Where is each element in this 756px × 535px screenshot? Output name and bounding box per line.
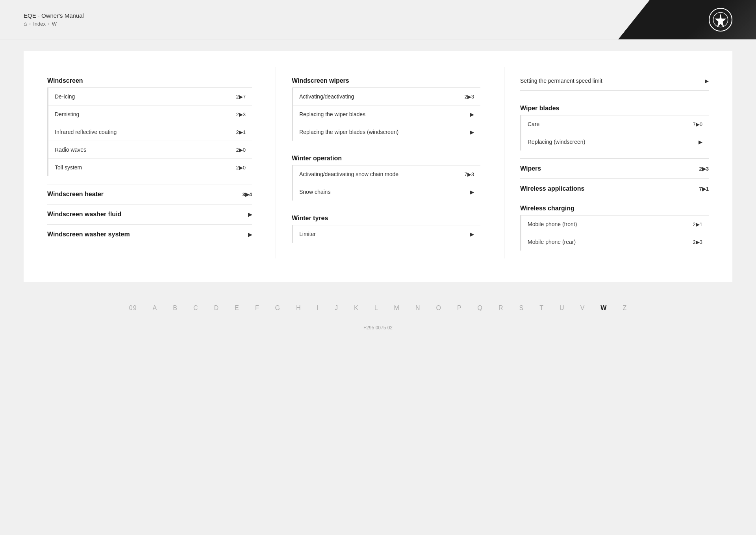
list-item[interactable]: Radio waves 2▶0 — [48, 141, 252, 159]
entry-label: Infrared reflective coating — [55, 129, 236, 135]
entry-page: 7▶0 — [693, 121, 702, 127]
wipers-label: Wipers — [520, 165, 541, 172]
alphabet-nav: 09 A B C D E F G H I J K L M N O P Q R S… — [0, 294, 756, 322]
content-grid: Windscreen De-icing 2▶7 Demisting 2▶3 In… — [47, 67, 709, 258]
wireless-charging-label: Wireless charging — [520, 205, 574, 212]
wireless-charging-entries: Mobile phone (front) 2▶1 Mobile phone (r… — [520, 215, 709, 251]
wipers-section[interactable]: Wipers 2▶3 — [520, 158, 709, 178]
entry-page: ▶ — [470, 129, 474, 135]
entry-label: Snow chains — [299, 189, 470, 195]
speed-limit-page: ▶ — [705, 78, 709, 84]
entry-page: 2▶0 — [236, 147, 246, 153]
list-item[interactable]: Mobile phone (front) 2▶1 — [521, 215, 709, 233]
speed-limit-entry[interactable]: Setting the permanent speed limit ▶ — [520, 71, 709, 91]
entry-label: Toll system — [55, 164, 236, 171]
entry-page: ▶ — [470, 111, 474, 117]
header-text-block: EQE - Owner's Manual ⌂ › Index › W — [24, 12, 84, 27]
winter-operation-entries: Activating/deactivating snow chain mode … — [292, 165, 480, 201]
list-item[interactable]: Toll system 2▶0 — [48, 159, 252, 176]
alpha-O[interactable]: O — [428, 302, 449, 314]
list-item[interactable]: Replacing the wiper blades (windscreen) … — [293, 123, 480, 141]
wireless-apps-section[interactable]: Wireless applications 7▶1 — [520, 178, 709, 199]
windscreen-heater-section[interactable]: Windscreen heater 3▶4 — [47, 184, 252, 204]
alpha-K[interactable]: K — [346, 302, 367, 314]
entry-page: 2▶1 — [693, 221, 702, 227]
entry-label: Replacing the wiper blades (windscreen) — [299, 129, 470, 135]
alpha-V[interactable]: V — [573, 302, 593, 314]
column-3: Setting the permanent speed limit ▶ Wipe… — [504, 67, 709, 258]
svg-marker-1 — [715, 13, 726, 27]
alpha-09[interactable]: 09 — [121, 302, 145, 314]
entry-page: 2▶3 — [693, 239, 702, 245]
entry-page: 2▶1 — [236, 129, 246, 135]
alpha-A[interactable]: A — [145, 302, 165, 314]
alpha-G[interactable]: G — [267, 302, 288, 314]
alpha-U[interactable]: U — [552, 302, 573, 314]
list-item[interactable]: De-icing 2▶7 — [48, 88, 252, 106]
windscreen-wipers-label: Windscreen wipers — [292, 77, 349, 84]
alpha-M[interactable]: M — [386, 302, 408, 314]
entry-label: Limiter — [299, 231, 470, 237]
windscreen-washer-system-page: ▶ — [248, 232, 252, 238]
list-item[interactable]: Infrared reflective coating 2▶1 — [48, 123, 252, 141]
alpha-E[interactable]: E — [227, 302, 247, 314]
home-icon[interactable]: ⌂ — [24, 20, 27, 27]
breadcrumb-w[interactable]: W — [52, 21, 57, 27]
list-item[interactable]: Replacing the wiper blades ▶ — [293, 106, 480, 123]
entry-page: ▶ — [699, 139, 702, 145]
breadcrumb: ⌂ › Index › W — [24, 20, 84, 27]
entry-label: Radio waves — [55, 147, 236, 153]
doc-id-text: F295 0075 02 — [363, 325, 393, 331]
alpha-N[interactable]: N — [408, 302, 428, 314]
entry-page: 2▶0 — [236, 165, 246, 171]
wiper-blades-entries: Care 7▶0 Replacing (windscreen) ▶ — [520, 115, 709, 150]
entry-label: Mobile phone (front) — [528, 221, 693, 227]
windscreen-washer-system-section[interactable]: Windscreen washer system ▶ — [47, 224, 252, 244]
list-item[interactable]: Mobile phone (rear) 2▶3 — [521, 233, 709, 251]
alpha-C[interactable]: C — [185, 302, 206, 314]
list-item[interactable]: Care 7▶0 — [521, 115, 709, 133]
winter-operation-label: Winter operation — [292, 155, 342, 162]
windscreen-wipers-header: Windscreen wipers — [292, 71, 480, 88]
entry-page: 2▶3 — [236, 111, 246, 117]
list-item[interactable]: Demisting 2▶3 — [48, 106, 252, 123]
column-2: Windscreen wipers Activating/deactivatin… — [276, 67, 480, 258]
windscreen-wipers-entries: Activating/deactivating 2▶3 Replacing th… — [292, 88, 480, 141]
alpha-D[interactable]: D — [206, 302, 227, 314]
windscreen-entries: De-icing 2▶7 Demisting 2▶3 Infrared refl… — [47, 88, 252, 176]
breadcrumb-sep2: › — [48, 21, 50, 26]
alpha-Z[interactable]: Z — [615, 302, 635, 314]
alpha-H[interactable]: H — [288, 302, 309, 314]
alpha-S[interactable]: S — [511, 302, 532, 314]
manual-title: EQE - Owner's Manual — [24, 12, 84, 19]
alpha-P[interactable]: P — [449, 302, 470, 314]
speed-limit-label: Setting the permanent speed limit — [520, 78, 705, 84]
list-item[interactable]: Activating/deactivating 2▶3 — [293, 88, 480, 106]
winter-tyres-entries: Limiter ▶ — [292, 225, 480, 243]
windscreen-washer-system-label: Windscreen washer system — [47, 231, 130, 238]
list-item[interactable]: Snow chains ▶ — [293, 183, 480, 201]
breadcrumb-index[interactable]: Index — [33, 21, 46, 27]
entry-label: Replacing the wiper blades — [299, 111, 470, 117]
alpha-W[interactable]: W — [593, 302, 615, 314]
entry-page: 2▶3 — [465, 94, 474, 100]
list-item[interactable]: Limiter ▶ — [293, 225, 480, 243]
alpha-I[interactable]: I — [309, 302, 327, 314]
windscreen-washer-fluid-section[interactable]: Windscreen washer fluid ▶ — [47, 204, 252, 224]
alpha-R[interactable]: R — [491, 302, 511, 314]
alpha-T[interactable]: T — [532, 302, 552, 314]
footer-doc-id: F295 0075 02 — [0, 322, 756, 338]
entry-page: ▶ — [470, 231, 474, 237]
entry-label: Demisting — [55, 111, 236, 117]
alpha-J[interactable]: J — [327, 302, 346, 314]
logo-area — [618, 0, 756, 39]
list-item[interactable]: Replacing (windscreen) ▶ — [521, 133, 709, 150]
alpha-L[interactable]: L — [367, 302, 386, 314]
entry-label: Activating/deactivating — [299, 93, 465, 100]
alpha-F[interactable]: F — [247, 302, 267, 314]
entry-page: ▶ — [470, 189, 474, 195]
winter-tyres-label: Winter tyres — [292, 215, 328, 222]
alpha-Q[interactable]: Q — [470, 302, 491, 314]
list-item[interactable]: Activating/deactivating snow chain mode … — [293, 165, 480, 183]
alpha-B[interactable]: B — [165, 302, 185, 314]
